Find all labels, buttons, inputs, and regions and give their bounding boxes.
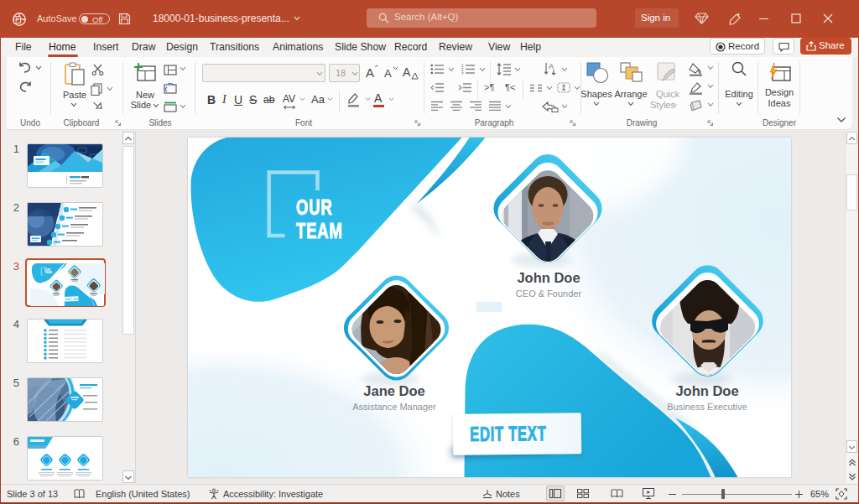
svg-text:3: 3 xyxy=(461,72,464,75)
svg-text:P: P xyxy=(15,16,19,23)
svg-text:A: A xyxy=(549,62,554,70)
svg-text:TEAM: TEAM xyxy=(44,271,51,274)
svg-text:EDIT TEXT: EDIT TEXT xyxy=(65,297,80,301)
